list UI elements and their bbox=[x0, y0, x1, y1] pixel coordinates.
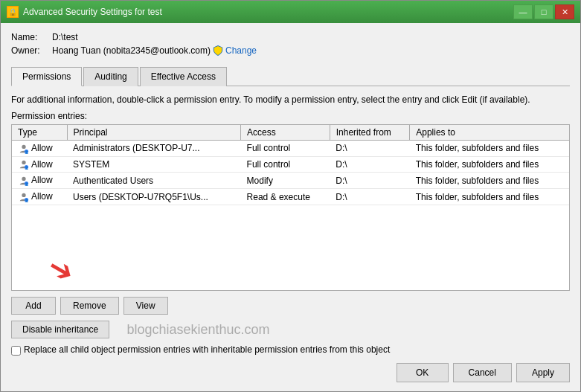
tab-permissions[interactable]: Permissions bbox=[11, 67, 82, 86]
cell-access: Modify bbox=[241, 173, 330, 189]
arrow-annotation: ➔ bbox=[49, 252, 74, 286]
cell-inherited: D:\ bbox=[330, 140, 410, 156]
name-value: D:\test bbox=[52, 32, 78, 42]
window-icon: 🔒 bbox=[7, 6, 19, 18]
svg-text:👤: 👤 bbox=[25, 181, 29, 186]
svg-point-3 bbox=[22, 161, 25, 164]
disable-inheritance-button[interactable]: Disable inheritance bbox=[11, 321, 109, 338]
svg-point-9 bbox=[22, 193, 25, 197]
user-icon: 👤 bbox=[18, 192, 30, 202]
owner-row: Owner: Hoang Tuan (nobita2345@outlook.co… bbox=[11, 45, 570, 56]
arrow-icon: ➔ bbox=[42, 248, 81, 291]
name-row: Name: D:\test bbox=[11, 32, 570, 42]
table-row[interactable]: 👤 AllowUsers (DESKTOP-U7RQ5F1\Us...Read … bbox=[12, 189, 569, 205]
col-principal: Principal bbox=[67, 125, 241, 141]
user-icon: 👤 bbox=[18, 176, 30, 186]
watermark-text: blogchiasekienthuc.com bbox=[126, 322, 269, 338]
cell-inherited: D:\ bbox=[330, 173, 410, 189]
cell-principal: Administrators (DESKTOP-U7... bbox=[67, 140, 241, 156]
cell-type: 👤 Allow bbox=[12, 189, 67, 205]
window-title: Advanced Security Settings for test bbox=[23, 7, 162, 17]
cell-applies: This folder, subfolders and files bbox=[410, 156, 569, 173]
cell-principal: Users (DESKTOP-U7RQ5F1\Us... bbox=[67, 189, 241, 205]
svg-point-6 bbox=[22, 177, 25, 181]
cancel-button[interactable]: Cancel bbox=[453, 363, 512, 382]
maximize-button[interactable]: □ bbox=[534, 4, 553, 19]
name-label: Name: bbox=[11, 32, 52, 42]
bottom-buttons: OK Cancel Apply bbox=[11, 363, 570, 382]
title-controls: — □ ✕ bbox=[513, 4, 574, 19]
title-bar-left: 🔒 Advanced Security Settings for test bbox=[7, 6, 162, 18]
shield-icon bbox=[213, 45, 223, 56]
owner-value: Hoang Tuan (nobita2345@outlook.com) bbox=[52, 45, 211, 56]
content-area: Name: D:\test Owner: Hoang Tuan (nobita2… bbox=[1, 23, 580, 391]
view-button[interactable]: View bbox=[123, 297, 168, 315]
cell-type: 👤 Allow bbox=[12, 140, 67, 156]
owner-label: Owner: bbox=[11, 45, 52, 56]
change-link[interactable]: Change bbox=[225, 45, 257, 56]
table-row[interactable]: 👤 AllowSYSTEMFull controlD:\This folder,… bbox=[12, 156, 569, 173]
cell-principal: Authenticated Users bbox=[67, 173, 241, 189]
cell-type: 👤 Allow bbox=[12, 156, 67, 173]
svg-text:👤: 👤 bbox=[25, 166, 29, 170]
remove-button[interactable]: Remove bbox=[60, 297, 119, 315]
tab-effective-access[interactable]: Effective Access bbox=[140, 67, 227, 86]
tabs-bar: Permissions Auditing Effective Access bbox=[11, 66, 570, 86]
svg-text:👤: 👤 bbox=[25, 198, 29, 202]
user-icon: 👤 bbox=[18, 159, 30, 170]
description-text: For additional information, double-click… bbox=[11, 94, 570, 106]
checkbox-row: Replace all child object permission entr… bbox=[11, 344, 570, 356]
cell-inherited: D:\ bbox=[330, 189, 410, 205]
table-header-row: Type Principal Access Inherited from App… bbox=[12, 125, 569, 141]
table-row[interactable]: 👤 AllowAdministrators (DESKTOP-U7...Full… bbox=[12, 140, 569, 156]
cell-access: Read & execute bbox=[241, 189, 330, 205]
user-icon: 👤 bbox=[18, 144, 30, 154]
cell-principal: SYSTEM bbox=[67, 156, 241, 173]
apply-button[interactable]: Apply bbox=[516, 363, 570, 382]
checkbox-label: Replace all child object permission entr… bbox=[24, 344, 390, 355]
close-button[interactable]: ✕ bbox=[555, 4, 574, 19]
cell-inherited: D:\ bbox=[330, 156, 410, 173]
cell-applies: This folder, subfolders and files bbox=[410, 173, 569, 189]
add-button[interactable]: Add bbox=[11, 297, 56, 315]
svg-text:👤: 👤 bbox=[25, 150, 29, 154]
svg-point-0 bbox=[22, 144, 25, 148]
cell-type: 👤 Allow bbox=[12, 173, 67, 189]
permissions-table-wrapper: Type Principal Access Inherited from App… bbox=[11, 124, 570, 291]
col-type: Type bbox=[12, 125, 67, 141]
main-window: 🔒 Advanced Security Settings for test — … bbox=[0, 0, 581, 392]
minimize-button[interactable]: — bbox=[513, 4, 533, 19]
cell-applies: This folder, subfolders and files bbox=[410, 189, 569, 205]
cell-applies: This folder, subfolders and files bbox=[410, 140, 569, 156]
ok-button[interactable]: OK bbox=[397, 363, 449, 382]
table-row[interactable]: 👤 AllowAuthenticated UsersModifyD:\This … bbox=[12, 173, 569, 189]
col-access: Access bbox=[241, 125, 330, 141]
title-bar: 🔒 Advanced Security Settings for test — … bbox=[1, 1, 580, 23]
entries-label: Permission entries: bbox=[11, 111, 570, 121]
permissions-table: Type Principal Access Inherited from App… bbox=[12, 125, 569, 205]
tab-content: For additional information, double-click… bbox=[11, 86, 570, 356]
replace-permissions-checkbox[interactable] bbox=[11, 346, 21, 356]
col-inherited: Inherited from bbox=[330, 125, 410, 141]
tab-auditing[interactable]: Auditing bbox=[83, 67, 138, 86]
inheritance-row: Disable inheritance blogchiasekienthuc.c… bbox=[11, 321, 570, 338]
cell-access: Full control bbox=[241, 156, 330, 173]
cell-access: Full control bbox=[241, 140, 330, 156]
action-buttons-row: Add Remove View bbox=[11, 297, 570, 315]
col-applies: Applies to bbox=[410, 125, 569, 141]
